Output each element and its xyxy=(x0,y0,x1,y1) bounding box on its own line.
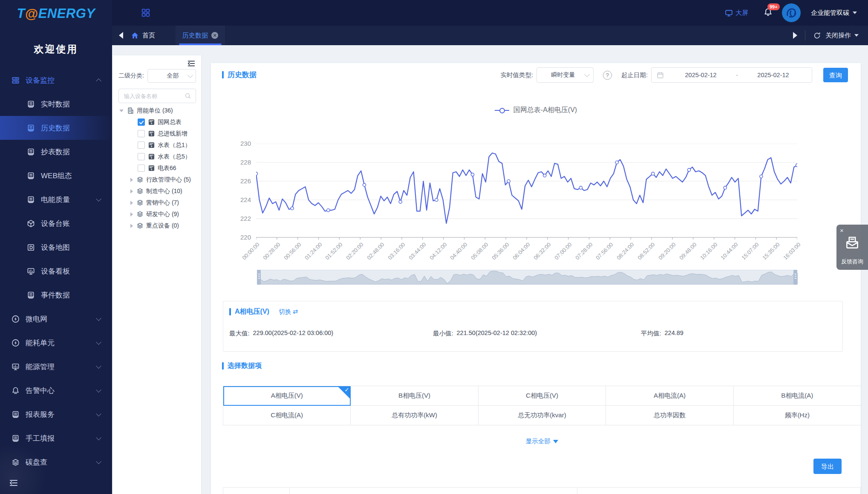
show-all-link[interactable]: 显示全部 xyxy=(223,437,861,445)
sidebar-item-14[interactable]: 告警中心 xyxy=(0,378,112,402)
data-item-3[interactable]: C相电压(V) xyxy=(479,386,606,406)
tree-node-group[interactable]: 重点设备 (0) xyxy=(112,220,201,231)
category-select[interactable]: 全部 xyxy=(147,69,196,83)
value-type-select[interactable]: 瞬时变量 xyxy=(536,67,594,83)
table-column-divider xyxy=(289,488,290,494)
chevron-down-icon xyxy=(96,196,101,201)
chart-plot-area[interactable] xyxy=(256,144,797,240)
sidebar-item-16[interactable]: 手工填报 xyxy=(0,426,112,450)
chevron-down-icon xyxy=(96,459,101,464)
feedback-close-icon[interactable]: × xyxy=(840,227,844,234)
tree-collapse-caret-icon[interactable] xyxy=(130,212,133,217)
tree-collapse-caret-icon[interactable] xyxy=(130,224,133,228)
tree-expand-caret-icon[interactable] xyxy=(119,110,124,112)
tab-close-icon[interactable]: ✕ xyxy=(211,32,218,39)
tabs-scroll-right-icon[interactable] xyxy=(793,32,797,39)
device-checkbox[interactable] xyxy=(138,165,145,172)
tree-node-group[interactable]: 研发中心 (9) xyxy=(112,208,201,220)
tree-collapse-caret-icon[interactable] xyxy=(130,201,133,205)
tree-node-device[interactable]: 国网总表 xyxy=(112,116,201,128)
device-search-input[interactable] xyxy=(123,92,185,100)
data-item-2[interactable]: B相电压(V) xyxy=(351,386,478,406)
switch-metric-link[interactable]: 切换 ⇄ xyxy=(279,308,298,316)
data-item-1[interactable]: A相电压(V)✓ xyxy=(223,386,351,406)
device-board-icon xyxy=(26,267,35,275)
sidebar-item-label: 能耗单元 xyxy=(26,338,55,348)
x-axis-tick-label: 03:16:00 xyxy=(386,241,406,261)
date-range-picker[interactable]: 2025-02-12 - 2025-02-12 xyxy=(651,67,812,83)
tree-node-root[interactable]: 用能单位 (36) xyxy=(112,105,201,116)
sidebar-item-11[interactable]: 微电网 xyxy=(0,307,112,331)
sidebar-item-3[interactable]: 历史数据 xyxy=(0,116,112,140)
notification-bell[interactable]: 99+ xyxy=(764,8,773,18)
sidebar-item-15[interactable]: 报表服务 xyxy=(0,402,112,426)
x-axis-tick-label: 06:32:00 xyxy=(532,241,552,261)
tree-node-device[interactable]: 电表66 xyxy=(112,162,201,174)
sidebar-item-5[interactable]: WEB组态 xyxy=(0,164,112,188)
help-icon[interactable]: ? xyxy=(603,71,612,80)
page-title: 历史数据 xyxy=(222,70,257,80)
device-search-box[interactable] xyxy=(118,89,196,103)
chart-legend[interactable]: 国网总表-A相电压(V) xyxy=(211,106,861,115)
sidebar-collapse-icon[interactable] xyxy=(9,478,19,488)
user-avatar[interactable] xyxy=(782,3,801,22)
sidebar-item-13[interactable]: 能源管理 xyxy=(0,355,112,378)
export-button[interactable]: 导出 xyxy=(813,459,842,474)
date-end-value[interactable]: 2025-02-12 xyxy=(740,72,807,78)
sidebar-item-9[interactable]: 设备看板 xyxy=(0,259,112,283)
data-item-4[interactable]: A相电流(A) xyxy=(606,386,733,406)
title-accent-bar xyxy=(222,362,224,370)
big-screen-button[interactable]: 大屏 xyxy=(725,9,748,17)
data-item-6[interactable]: C相电流(A) xyxy=(223,406,351,425)
data-item-label: C相电流(A) xyxy=(271,411,303,419)
data-item-10[interactable]: 频率(Hz) xyxy=(734,406,861,425)
refresh-icon[interactable] xyxy=(813,32,821,40)
tree-node-device[interactable]: 水表（总1） xyxy=(112,139,201,151)
max-value: 229.00(2025-02-12 03:06:00) xyxy=(253,329,334,338)
datazoom-left-handle[interactable] xyxy=(257,270,261,285)
tab-history-data[interactable]: 历史数据 ✕ xyxy=(176,26,225,45)
device-checkbox[interactable] xyxy=(138,142,145,149)
data-item-5[interactable]: B相电流(A) xyxy=(734,386,861,406)
apps-grid-icon[interactable] xyxy=(141,8,150,17)
sidebar-item-12[interactable]: 能耗单元 xyxy=(0,331,112,355)
sidebar-item-17[interactable]: 碳盘查 xyxy=(0,450,112,474)
device-checkbox[interactable] xyxy=(138,118,145,126)
org-selector[interactable]: 企业能管双碳 xyxy=(811,9,857,17)
date-start-value[interactable]: 2025-02-12 xyxy=(667,72,734,78)
data-item-grid: A相电压(V)✓B相电压(V)C相电压(V)A相电流(A)B相电流(A)C相电流… xyxy=(223,386,861,425)
data-item-9[interactable]: 总功率因数 xyxy=(606,406,733,425)
tree-node-label: 研发中心 (9) xyxy=(146,211,179,218)
tree-collapse-caret-icon[interactable] xyxy=(130,189,133,194)
sidebar-item-6[interactable]: 电能质量 xyxy=(0,188,112,211)
tab-home[interactable]: 首页 xyxy=(131,32,155,40)
data-item-8[interactable]: 总无功功率(kvar) xyxy=(479,406,606,425)
x-axis-tick-label: 07:28:00 xyxy=(574,241,594,261)
tree-node-group[interactable]: 制造中心 (10) xyxy=(112,185,201,197)
sidebar-item-2[interactable]: 实时数据 xyxy=(0,92,112,116)
sidebar-item-10[interactable]: 事件数据 xyxy=(0,283,112,307)
tree-collapse-icon[interactable] xyxy=(187,59,196,68)
data-item-7[interactable]: 总有功功率(kW) xyxy=(351,406,478,425)
tree-node-group[interactable]: 营销中心 (7) xyxy=(112,197,201,208)
query-button[interactable]: 查询 xyxy=(823,68,848,82)
data-item-label: B相电流(A) xyxy=(781,392,813,400)
device-checkbox[interactable] xyxy=(138,153,145,160)
datazoom-right-handle[interactable] xyxy=(793,270,797,285)
chart-datazoom-slider[interactable] xyxy=(257,270,797,285)
manual-entry-icon xyxy=(11,434,20,442)
sidebar-item-7[interactable]: 设备台账 xyxy=(0,211,112,235)
device-checkbox[interactable] xyxy=(138,130,145,137)
avg-label: 平均值: xyxy=(641,329,661,338)
sidebar-item-4[interactable]: 抄表数据 xyxy=(0,140,112,164)
sidebar-item-1[interactable]: 设备监控 xyxy=(0,68,112,92)
feedback-widget[interactable]: × 反馈咨询 xyxy=(836,225,868,270)
sidebar-item-8[interactable]: 设备地图 xyxy=(0,235,112,259)
close-operations-dropdown[interactable]: 关闭操作 xyxy=(825,32,859,40)
tree-node-device[interactable]: 水表（总5） xyxy=(112,151,201,162)
title-accent-bar xyxy=(229,308,231,315)
tabs-scroll-left-icon[interactable] xyxy=(119,32,123,39)
tree-node-group[interactable]: 行政管理中心 (5) xyxy=(112,174,201,185)
tree-collapse-caret-icon[interactable] xyxy=(130,178,133,182)
tree-node-device[interactable]: 总进线新增 xyxy=(112,128,201,139)
